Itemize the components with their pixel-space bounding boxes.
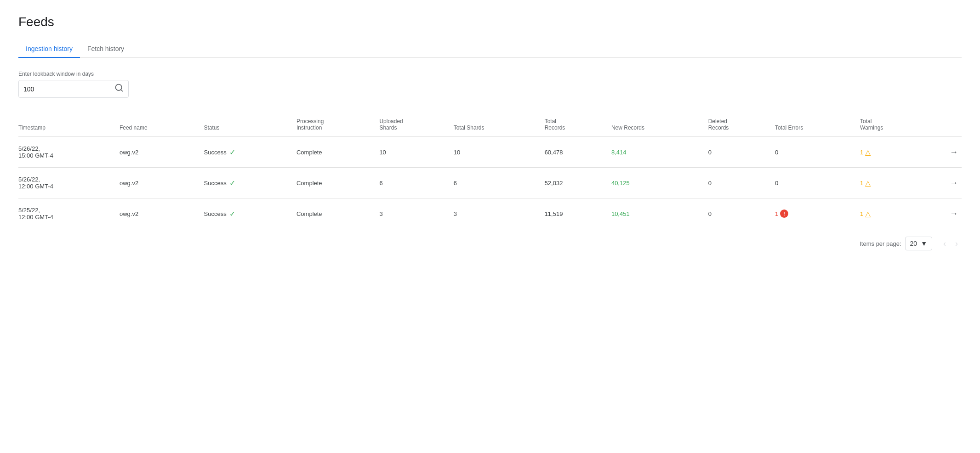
- cell-timestamp: 5/26/22, 12:00 GMT-4: [18, 168, 120, 198]
- cell-total-errors: 1!: [775, 198, 860, 229]
- col-status: Status: [204, 113, 296, 137]
- cell-total-warnings: 1△: [860, 198, 933, 229]
- cell-status: Success✓: [204, 168, 296, 198]
- status-text: Success: [204, 180, 227, 187]
- warning-triangle-icon: △: [865, 179, 871, 187]
- check-icon: ✓: [229, 210, 235, 218]
- warning-count: 1: [860, 149, 863, 156]
- cell-processing-instruction: Complete: [296, 198, 379, 229]
- cell-total-errors: 0: [775, 168, 860, 198]
- cell-uploaded-shards: 6: [379, 168, 453, 198]
- cell-status: Success✓: [204, 137, 296, 168]
- status-text: Success: [204, 210, 227, 217]
- search-label: Enter lookback window in days: [18, 71, 962, 77]
- cell-feed-name: owg.v2: [120, 137, 204, 168]
- tab-ingestion-history[interactable]: Ingestion history: [18, 40, 80, 58]
- search-box: [18, 80, 129, 98]
- col-feed-name: Feed name: [120, 113, 204, 137]
- col-new-records: New Records: [611, 113, 708, 137]
- cell-new-records: 10,451: [611, 198, 708, 229]
- cell-processing-instruction: Complete: [296, 137, 379, 168]
- svg-line-1: [121, 90, 123, 91]
- items-per-page-label: Items per page:: [860, 240, 901, 247]
- col-processing-instruction: ProcessingInstruction: [296, 113, 379, 137]
- col-uploaded-shards: UploadedShards: [379, 113, 453, 137]
- pagination: Items per page: 20 ▼ ‹ ›: [18, 237, 962, 250]
- cell-total-errors: 0: [775, 137, 860, 168]
- cell-total-shards: 10: [454, 137, 545, 168]
- col-total-records: TotalRecords: [545, 113, 611, 137]
- col-timestamp: Timestamp: [18, 113, 120, 137]
- cell-deleted-records: 0: [708, 137, 775, 168]
- cell-uploaded-shards: 3: [379, 198, 453, 229]
- table-header-row: Timestamp Feed name Status ProcessingIns…: [18, 113, 962, 137]
- cell-feed-name: owg.v2: [120, 168, 204, 198]
- next-page-button[interactable]: ›: [952, 237, 962, 250]
- prev-page-button[interactable]: ‹: [940, 237, 950, 250]
- search-icon[interactable]: [114, 83, 124, 95]
- page-navigation: ‹ ›: [940, 237, 962, 250]
- search-section: Enter lookback window in days: [18, 71, 962, 98]
- items-per-page-select[interactable]: 20 ▼: [905, 237, 932, 250]
- table-row: 5/25/22, 12:00 GMT-4owg.v2Success✓Comple…: [18, 198, 962, 229]
- col-total-errors: Total Errors: [775, 113, 860, 137]
- tabs-container: Ingestion history Fetch history: [18, 40, 962, 58]
- error-icon: !: [780, 210, 788, 218]
- cell-timestamp: 5/25/22, 12:00 GMT-4: [18, 198, 120, 229]
- cell-total-shards: 3: [454, 198, 545, 229]
- cell-status: Success✓: [204, 198, 296, 229]
- status-text: Success: [204, 149, 227, 156]
- chevron-down-icon: ▼: [921, 240, 927, 247]
- ingestion-table: Timestamp Feed name Status ProcessingIns…: [18, 113, 962, 229]
- warning-count: 1: [860, 210, 863, 217]
- col-nav: [933, 113, 962, 137]
- warning-count: 1: [860, 180, 863, 187]
- cell-total-records: 11,519: [545, 198, 611, 229]
- cell-new-records: 8,414: [611, 137, 708, 168]
- page-title: Feeds: [18, 15, 962, 29]
- cell-nav-arrow[interactable]: →: [933, 198, 962, 229]
- check-icon: ✓: [229, 148, 235, 157]
- warning-triangle-icon: △: [865, 148, 871, 157]
- cell-new-records: 40,125: [611, 168, 708, 198]
- cell-uploaded-shards: 10: [379, 137, 453, 168]
- cell-timestamp: 5/26/22, 15:00 GMT-4: [18, 137, 120, 168]
- cell-deleted-records: 0: [708, 168, 775, 198]
- cell-total-shards: 6: [454, 168, 545, 198]
- col-deleted-records: DeletedRecords: [708, 113, 775, 137]
- error-count: 1: [775, 210, 778, 217]
- warning-triangle-icon: △: [865, 210, 871, 218]
- col-total-shards: Total Shards: [454, 113, 545, 137]
- cell-total-warnings: 1△: [860, 168, 933, 198]
- cell-nav-arrow[interactable]: →: [933, 137, 962, 168]
- items-per-page-container: Items per page: 20 ▼: [860, 237, 932, 250]
- tab-fetch-history[interactable]: Fetch history: [80, 40, 131, 58]
- table-row: 5/26/22, 15:00 GMT-4owg.v2Success✓Comple…: [18, 137, 962, 168]
- items-per-page-value: 20: [910, 240, 917, 247]
- cell-total-records: 52,032: [545, 168, 611, 198]
- cell-total-records: 60,478: [545, 137, 611, 168]
- cell-processing-instruction: Complete: [296, 168, 379, 198]
- col-total-warnings: TotalWarnings: [860, 113, 933, 137]
- cell-feed-name: owg.v2: [120, 198, 204, 229]
- cell-nav-arrow[interactable]: →: [933, 168, 962, 198]
- search-input[interactable]: [23, 85, 114, 93]
- cell-total-warnings: 1△: [860, 137, 933, 168]
- table-row: 5/26/22, 12:00 GMT-4owg.v2Success✓Comple…: [18, 168, 962, 198]
- check-icon: ✓: [229, 179, 235, 187]
- cell-deleted-records: 0: [708, 198, 775, 229]
